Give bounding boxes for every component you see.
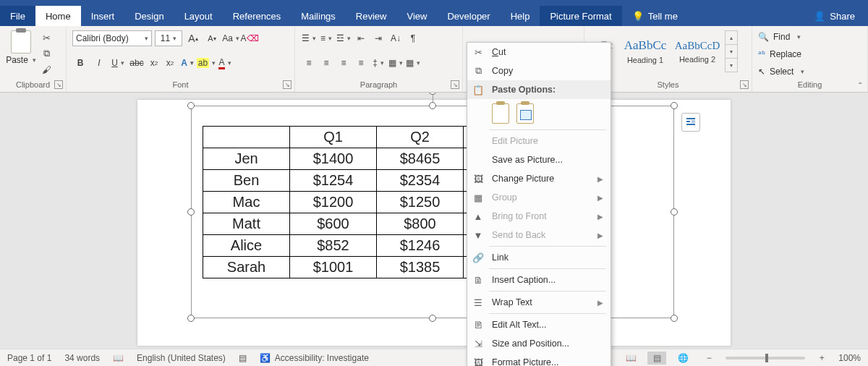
ctx-format-picture[interactable]: 🖼Format Picture... <box>467 353 610 366</box>
tab-picture-format[interactable]: Picture Format <box>540 6 621 26</box>
ctx-cut[interactable]: ✂Cut <box>467 43 610 61</box>
tab-help[interactable]: Help <box>501 6 540 26</box>
status-page[interactable]: Page 1 of 1 <box>7 353 51 363</box>
align-right-button[interactable]: ≡ <box>336 55 352 71</box>
text-effects-button[interactable]: A▾ <box>179 55 195 71</box>
align-center-button[interactable]: ≡ <box>318 55 334 71</box>
strikethrough-button[interactable]: abc <box>129 55 145 71</box>
show-marks-button[interactable]: ¶ <box>405 30 421 46</box>
paragraph-dialog-launcher[interactable]: ↘ <box>451 80 459 89</box>
select-button[interactable]: ↖Select▾ <box>758 64 804 79</box>
font-family-combo[interactable]: Calibri (Body)▾ <box>72 30 152 46</box>
styles-dialog-launcher[interactable]: ↘ <box>740 80 749 89</box>
tab-view[interactable]: View <box>396 6 437 26</box>
zoom-out-button[interactable]: − <box>699 352 718 365</box>
tab-file[interactable]: File <box>0 6 35 26</box>
resize-handle-ne[interactable] <box>671 102 678 109</box>
document-area[interactable]: Q1 Q2 Q4 Jen$1400$84659722 Ben$1254$2354… <box>0 93 868 349</box>
view-read-mode[interactable]: 📖 <box>621 352 640 365</box>
style-tile-heading1[interactable]: AaBbCcHeading 1 <box>619 30 671 72</box>
collapse-ribbon-button[interactable]: ⌃ <box>857 81 863 89</box>
ctx-wrap-text[interactable]: ☰Wrap Text▶ <box>467 293 610 312</box>
line-spacing-button[interactable]: ‡▾ <box>370 55 386 71</box>
zoom-slider[interactable] <box>726 357 805 359</box>
status-accessibility[interactable]: ♿Accessibility: Investigate <box>260 353 369 363</box>
rotate-handle[interactable] <box>428 93 437 95</box>
tab-home[interactable]: Home <box>35 6 81 26</box>
subscript-button[interactable]: x2 <box>148 55 161 71</box>
sort-button[interactable]: A↓ <box>388 30 404 46</box>
ctx-edit-picture: Edit Picture <box>467 132 610 150</box>
numbering-button[interactable]: ≡▾ <box>318 30 334 46</box>
ctx-size-position[interactable]: ⇲Size and Position... <box>467 334 610 353</box>
change-case-button[interactable]: Aa▾ <box>223 30 239 46</box>
layout-options-button[interactable] <box>681 113 700 132</box>
ctx-copy[interactable]: ⧉Copy <box>467 61 610 80</box>
shading-button[interactable]: ▦▾ <box>388 55 404 71</box>
clear-formatting-button[interactable]: A⌫ <box>242 30 258 46</box>
ctx-group: ▦Group▶ <box>467 188 610 207</box>
tab-insert[interactable]: Insert <box>81 6 125 26</box>
replace-button[interactable]: ᵃᵇReplace <box>758 47 804 61</box>
view-print-layout[interactable]: ▤ <box>647 352 666 365</box>
multilevel-list-button[interactable]: ☲▾ <box>336 30 352 46</box>
format-painter-icon[interactable]: 🖌 <box>41 64 52 75</box>
status-language[interactable]: English (United States) <box>137 353 226 363</box>
underline-button[interactable]: U▾ <box>110 55 126 71</box>
status-macro[interactable]: ▤ <box>239 353 247 363</box>
ctx-bring-to-front: ▲Bring to Front▶ <box>467 207 610 226</box>
paste-keep-formatting-icon[interactable] <box>492 103 509 124</box>
font-color-button[interactable]: A▾ <box>217 55 233 71</box>
styles-gallery[interactable]: cDc… AaBbCcHeading 1 AaBbCcDHeading 2 ▴▾… <box>590 30 738 72</box>
paste-as-picture-icon[interactable] <box>516 103 534 124</box>
tab-mailings[interactable]: Mailings <box>291 6 346 26</box>
share-label: Share <box>830 11 855 22</box>
bullets-button[interactable]: ☰▾ <box>301 30 317 46</box>
style-tile-heading2[interactable]: AaBbCcDHeading 2 <box>671 30 723 72</box>
shrink-font-button[interactable]: A▾ <box>204 30 220 46</box>
view-web-layout[interactable]: 🌐 <box>673 352 692 365</box>
zoom-percent[interactable]: 100% <box>838 353 861 363</box>
tab-design[interactable]: Design <box>124 6 174 26</box>
bold-button[interactable]: B <box>72 55 88 71</box>
increase-indent-button[interactable]: ⇥ <box>370 30 386 46</box>
find-button[interactable]: 🔍Find▾ <box>758 30 804 44</box>
clipboard-dialog-launcher[interactable]: ↘ <box>54 80 63 89</box>
decrease-indent-button[interactable]: ⇤ <box>353 30 369 46</box>
resize-handle-se[interactable] <box>671 315 678 322</box>
resize-handle-e[interactable] <box>671 208 678 216</box>
copy-icon[interactable]: ⧉ <box>41 48 52 59</box>
status-proofing[interactable]: 📖 <box>113 353 124 363</box>
justify-button[interactable]: ≡ <box>353 55 369 71</box>
resize-handle-sw[interactable] <box>187 315 195 322</box>
zoom-in-button[interactable]: + <box>812 352 831 365</box>
font-size-combo[interactable]: 11▾ <box>155 30 182 46</box>
status-bar: Page 1 of 1 34 words 📖 English (United S… <box>0 349 868 366</box>
ctx-link[interactable]: 🔗Link <box>467 248 610 267</box>
cut-icon[interactable]: ✂ <box>41 32 52 43</box>
ctx-save-as-picture[interactable]: Save as Picture... <box>467 150 610 169</box>
borders-button[interactable]: ▦▾ <box>405 55 421 71</box>
tell-me-search[interactable]: 💡Tell me <box>622 6 688 26</box>
superscript-button[interactable]: x2 <box>163 55 176 71</box>
paste-button[interactable]: Paste▾ <box>6 55 36 65</box>
ctx-edit-alt-text[interactable]: 🖹Edit Alt Text... <box>467 315 610 334</box>
tab-layout[interactable]: Layout <box>174 6 223 26</box>
resize-handle-s[interactable] <box>429 315 436 322</box>
font-dialog-launcher[interactable]: ↘ <box>283 80 292 89</box>
resize-handle-nw[interactable] <box>187 102 195 109</box>
highlight-button[interactable]: ab▾ <box>198 55 214 71</box>
tab-references[interactable]: References <box>223 6 291 26</box>
tab-developer[interactable]: Developer <box>437 6 500 26</box>
align-left-button[interactable]: ≡ <box>301 55 317 71</box>
styles-scroll-buttons[interactable]: ▴▾▾ <box>725 30 738 72</box>
ctx-change-picture[interactable]: 🖼Change Picture▶ <box>467 169 610 188</box>
resize-handle-n[interactable] <box>429 102 436 109</box>
resize-handle-w[interactable] <box>187 208 195 216</box>
status-words[interactable]: 34 words <box>64 353 100 363</box>
tab-review[interactable]: Review <box>346 6 397 26</box>
ctx-insert-caption[interactable]: 🗎Insert Caption... <box>467 271 610 289</box>
grow-font-button[interactable]: A▴ <box>185 30 201 46</box>
italic-button[interactable]: I <box>91 55 107 71</box>
share-button[interactable]: 👤Share <box>801 6 868 26</box>
